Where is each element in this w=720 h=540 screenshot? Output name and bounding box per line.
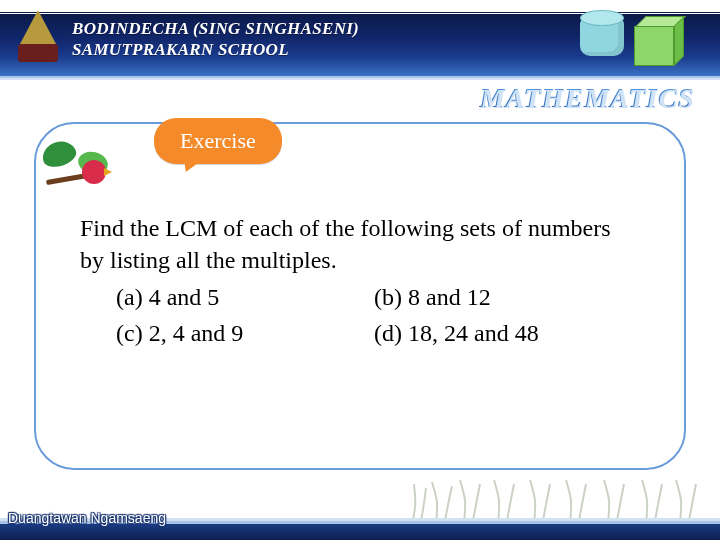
- option-a: (a) 4 and 5: [116, 280, 366, 314]
- option-c: (c) 2, 4 and 9: [116, 316, 366, 350]
- option-b: (b) 8 and 12: [374, 280, 640, 314]
- slide: BODINDECHA (SING SINGHASENI) SAMUTPRAKAR…: [0, 0, 720, 540]
- bird-leaf-icon: [42, 136, 120, 198]
- header-shapes-icon: [578, 6, 698, 74]
- school-title-line2: SAMUTPRAKARN SCHOOL: [72, 40, 289, 59]
- footer-stripe: [0, 524, 720, 540]
- school-title: BODINDECHA (SING SINGHASENI) SAMUTPRAKAR…: [72, 18, 359, 60]
- content-card: Exercise Find the LCM of each of the fol…: [34, 122, 686, 470]
- question-text: Find the LCM of each of the following se…: [80, 212, 640, 276]
- footer: Duangtawan Ngamsaeng: [0, 500, 720, 540]
- option-d: (d) 18, 24 and 48: [374, 316, 640, 350]
- school-logo-icon: [14, 8, 62, 72]
- cylinder-icon: [578, 10, 626, 58]
- subject-title: MATHEMATICS: [479, 82, 694, 114]
- exercise-badge: Exercise: [154, 118, 282, 164]
- options-grid: (a) 4 and 5 (b) 8 and 12 (c) 2, 4 and 9 …: [80, 280, 640, 350]
- author-name: Duangtawan Ngamsaeng: [8, 510, 166, 526]
- cube-icon: [626, 12, 684, 70]
- school-title-line1: BODINDECHA (SING SINGHASENI): [72, 19, 359, 38]
